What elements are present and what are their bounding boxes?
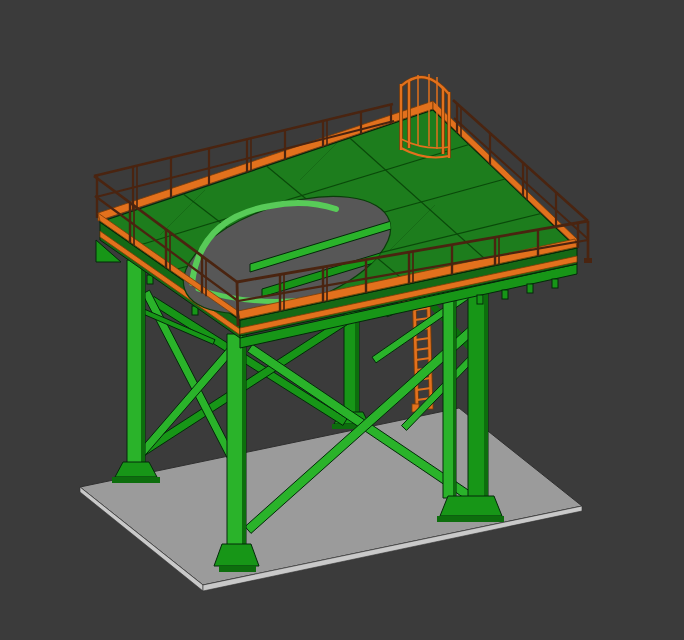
hanger-tab <box>477 295 483 304</box>
hanger-tab <box>527 284 533 293</box>
platform-model <box>0 0 684 640</box>
column-foot <box>440 496 502 516</box>
column-base-plate <box>219 566 256 572</box>
column-shadow-face <box>453 272 456 498</box>
column-foot <box>214 544 259 566</box>
column-shadow-face <box>484 276 488 502</box>
3d-viewport[interactable] <box>0 0 684 640</box>
column-base-plate <box>112 477 160 483</box>
hanger-tab <box>502 290 508 299</box>
corner-post-foot <box>584 258 592 263</box>
column-shadow-face <box>242 334 246 550</box>
hanger-tab <box>552 279 558 288</box>
column-foot <box>115 462 157 477</box>
column-base-plate <box>437 516 504 522</box>
column-shadow-face <box>141 260 145 466</box>
